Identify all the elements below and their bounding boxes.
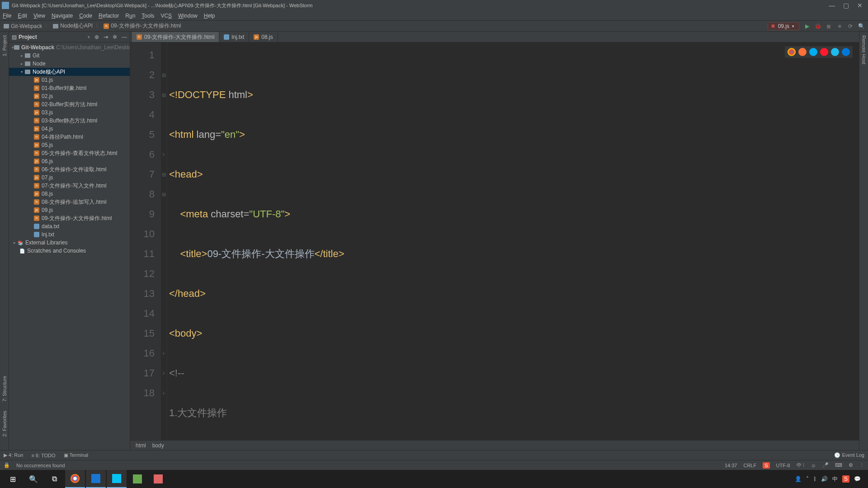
- tab-08js[interactable]: js 08.js: [249, 32, 278, 42]
- system-tray[interactable]: 👤 ˄ ᛒ 🔊 中 S 💬: [795, 475, 865, 483]
- menu-window[interactable]: Window: [178, 13, 198, 19]
- tree-file[interactable]: js04.js: [9, 125, 130, 133]
- fold-bar[interactable]: ⊟⊟ ⊦⊟⊟ ⊦⊦⊦: [161, 42, 167, 440]
- tray-bt-icon[interactable]: ᛒ: [813, 476, 816, 482]
- taskview-button[interactable]: ⧉: [44, 470, 64, 488]
- menu-navigate[interactable]: Navigate: [52, 13, 73, 19]
- tree-file[interactable]: h04-路径Path.html: [9, 133, 130, 141]
- update-button[interactable]: ⟳: [847, 23, 854, 29]
- status-separator[interactable]: CRLF: [743, 463, 756, 468]
- tree-file[interactable]: h07-文件操作-写入文件.html: [9, 182, 130, 190]
- chrome-taskbar-icon[interactable]: [65, 470, 85, 488]
- stop-button[interactable]: ■: [836, 23, 843, 29]
- search-button[interactable]: 🔍: [24, 470, 43, 488]
- tree-file[interactable]: data.txt: [9, 222, 130, 230]
- menu-code[interactable]: Code: [79, 13, 92, 19]
- search-button[interactable]: 🔍: [858, 23, 864, 29]
- start-button[interactable]: ⊞: [3, 470, 23, 488]
- tree-file[interactable]: js09.js: [9, 206, 130, 214]
- status-settings-icon[interactable]: ⚙: [849, 462, 853, 468]
- safari-icon[interactable]: [809, 48, 817, 56]
- menu-file[interactable]: File: [3, 13, 11, 19]
- tree-file[interactable]: js01.js: [9, 76, 130, 84]
- maximize-button[interactable]: ▢: [843, 2, 849, 9]
- app1-taskbar-icon[interactable]: [86, 470, 106, 488]
- tree-file[interactable]: h05-文件操作-查看文件状态.html: [9, 149, 130, 157]
- tree-external[interactable]: ▸📚 External Libraries: [9, 239, 130, 247]
- tray-people-icon[interactable]: 👤: [795, 476, 802, 482]
- tab-lnjtxt[interactable]: lnj.txt: [219, 32, 249, 42]
- status-mic-icon[interactable]: 🎤: [822, 462, 829, 468]
- status-keyboard-icon[interactable]: ⌨: [835, 462, 842, 468]
- menu-help[interactable]: Help: [204, 13, 215, 19]
- tree-folder-git[interactable]: ▸ Git: [9, 52, 130, 60]
- tree-scratches[interactable]: 📄 Scratches and Consoles: [9, 247, 130, 255]
- menu-run[interactable]: Run: [125, 13, 135, 19]
- tree-file[interactable]: js02.js: [9, 92, 130, 100]
- crumb-html[interactable]: html: [136, 442, 146, 449]
- tool-run[interactable]: ▶ 4: Run: [4, 452, 23, 458]
- webstorm-taskbar-icon[interactable]: [107, 470, 127, 488]
- tree-file[interactable]: h09-文件操作-大文件操作.html: [9, 214, 130, 222]
- menu-view[interactable]: View: [33, 13, 45, 19]
- tree-file[interactable]: h02-Buffer实例方法.html: [9, 100, 130, 108]
- tab-09html[interactable]: h 09-文件操作-大文件操作.html: [132, 32, 219, 42]
- left-panel-project[interactable]: 1: Project: [2, 35, 7, 56]
- debug-button[interactable]: 🐞: [815, 23, 821, 29]
- code-editor[interactable]: 123456789 101112131415161718 ⊟⊟ ⊦⊟⊟ ⊦⊦⊦ …: [130, 42, 859, 440]
- tree-file[interactable]: js06.js: [9, 157, 130, 165]
- status-more-icon[interactable]: ⋮: [859, 462, 864, 468]
- menu-tools[interactable]: Tools: [142, 13, 154, 19]
- left-panel-structure[interactable]: 7: Structure: [2, 376, 7, 402]
- firefox-icon[interactable]: [798, 48, 807, 56]
- hide-icon[interactable]: —: [122, 34, 127, 40]
- tree-file[interactable]: js05.js: [9, 141, 130, 149]
- settings-icon[interactable]: ✲: [113, 34, 117, 40]
- app2-taskbar-icon[interactable]: [127, 470, 147, 488]
- tree-folder-nodeapi[interactable]: ▾ Node核心API: [9, 68, 130, 76]
- status-ime-zh[interactable]: 中 ⁝: [797, 462, 805, 469]
- tray-notif-icon[interactable]: 💬: [854, 476, 861, 482]
- tree-file[interactable]: lnj.txt: [9, 230, 130, 239]
- right-panel-remote[interactable]: Remote Host: [861, 35, 867, 64]
- breadcrumb[interactable]: Git-Webpack 〉 Node核心API 〉 h 09-文件操作-大文件操…: [4, 22, 181, 30]
- tree-file[interactable]: js07.js: [9, 174, 130, 182]
- locate-icon[interactable]: ⊕: [94, 34, 99, 40]
- status-position[interactable]: 14:37: [725, 463, 737, 468]
- status-emoji-icon[interactable]: ☺: [811, 463, 816, 468]
- code-content[interactable]: <!DOCTYPE html> <html lang="en"> <head> …: [167, 42, 859, 440]
- tray-up-icon[interactable]: ˄: [806, 476, 809, 482]
- tree-file[interactable]: js03.js: [9, 108, 130, 117]
- close-button[interactable]: ✕: [857, 2, 863, 9]
- tree-file[interactable]: h01-Buffer对象.html: [9, 84, 130, 92]
- tree-file[interactable]: h03-Buffer静态方法.html: [9, 117, 130, 125]
- status-lock-icon[interactable]: 🔒: [4, 462, 10, 468]
- tool-todo[interactable]: ≡ 6: TODO: [31, 453, 55, 458]
- tray-vol-icon[interactable]: 🔊: [821, 476, 828, 482]
- edge-icon[interactable]: [842, 48, 850, 56]
- ie-icon[interactable]: [831, 48, 839, 56]
- left-panel-favorites[interactable]: 2: Favorites: [2, 411, 7, 436]
- opera-icon[interactable]: [820, 48, 828, 56]
- tool-terminal[interactable]: ▣ Terminal: [64, 452, 88, 458]
- app3-taskbar-icon[interactable]: [148, 470, 168, 488]
- tray-s-icon[interactable]: S: [842, 475, 849, 483]
- tree-file[interactable]: js08.js: [9, 190, 130, 198]
- run-config-selector[interactable]: ✖ 09.js ▾: [768, 22, 799, 30]
- tool-eventlog[interactable]: 🕓 Event Log: [834, 452, 864, 458]
- collapse-icon[interactable]: ⇥: [104, 34, 108, 40]
- tray-ime-icon[interactable]: 中: [832, 475, 838, 483]
- coverage-button[interactable]: ◼: [826, 23, 832, 29]
- run-button[interactable]: ▶: [804, 23, 810, 29]
- tree-file[interactable]: h06-文件操作-文件读取.html: [9, 165, 130, 174]
- minimize-button[interactable]: —: [829, 2, 835, 9]
- menu-vcs[interactable]: VCS: [160, 13, 172, 19]
- tree-file[interactable]: h08-文件操作-追加写入.html: [9, 198, 130, 206]
- chrome-icon[interactable]: [788, 48, 796, 56]
- status-ime-icon[interactable]: S: [763, 462, 769, 469]
- project-header-label[interactable]: Project: [19, 34, 88, 40]
- menu-refactor[interactable]: Refactor: [99, 13, 119, 19]
- crumb-body[interactable]: body: [152, 442, 164, 449]
- project-tree[interactable]: ▾ Git-Webpack C:\Users\Jonathan_Lee\Desk…: [9, 42, 130, 450]
- tree-folder-node[interactable]: ▸ Node: [9, 60, 130, 68]
